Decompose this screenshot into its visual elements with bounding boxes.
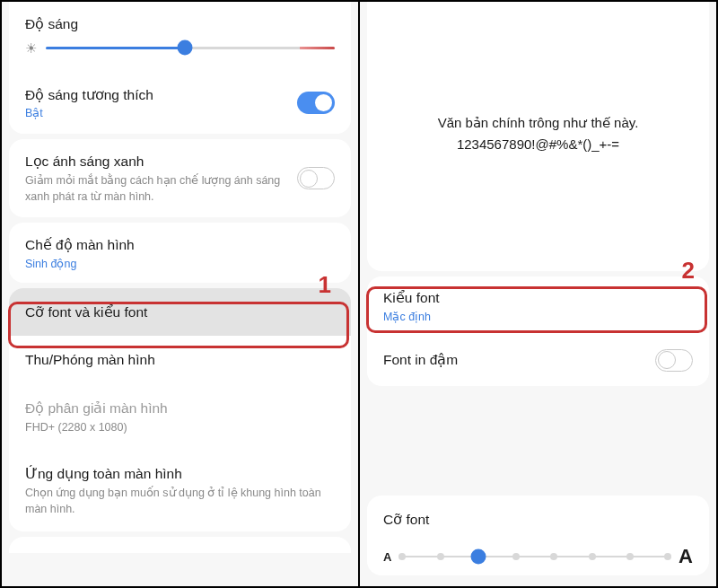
cutoff-section <box>9 537 351 553</box>
font-settings-panel: Văn bản chính trông như thế này. 1234567… <box>360 2 716 586</box>
resolution-title: Độ phân giải màn hình <box>25 399 335 418</box>
a-large-icon: A <box>679 545 693 568</box>
blue-light-toggle[interactable] <box>297 167 335 189</box>
preview-line-2: 1234567890!@#%&*()_+-= <box>457 134 619 155</box>
spacer <box>360 391 716 490</box>
font-size-track[interactable] <box>402 556 668 557</box>
fullscreen-apps-title: Ứng dụng toàn màn hình <box>25 464 335 484</box>
font-style-title: Kiểu font <box>383 288 693 308</box>
font-size-style-row[interactable]: Cỡ font và kiểu font <box>9 288 351 337</box>
fullscreen-apps-desc: Chọn ứng dụng bạn muốn sử dụng ở tỉ lệ k… <box>25 486 335 517</box>
brightness-thumb[interactable] <box>177 40 192 56</box>
screen-mode-status: Sinh động <box>25 257 335 270</box>
font-size-title: Cỡ font <box>383 510 693 530</box>
font-style-value: Mặc định <box>383 310 693 323</box>
font-preview: Văn bản chính trông như thế này. 1234567… <box>367 2 709 271</box>
adaptive-brightness-row[interactable]: Độ sáng tương thích Bật <box>9 71 351 135</box>
preview-line-1: Văn bản chính trông như thế này. <box>438 112 639 134</box>
font-size-section: Cỡ font A A <box>367 496 709 576</box>
screen-zoom-row[interactable]: Thu/Phóng màn hình <box>9 336 351 384</box>
font-options-section: Kiểu font Mặc định Font in đậm <box>367 276 709 386</box>
settings-display-panel: Độ sáng ☀ Độ sáng tương thích Bật <box>2 2 358 586</box>
blue-light-row[interactable]: Lọc ánh sáng xanh Giảm mỏi mắt bằng cách… <box>9 139 351 217</box>
resolution-row[interactable]: Độ phân giải màn hình FHD+ (2280 x 1080) <box>9 384 351 450</box>
font-size-thumb[interactable] <box>470 549 486 565</box>
brightness-slider[interactable]: ☀ <box>25 41 335 55</box>
resolution-value: FHD+ (2280 x 1080) <box>25 420 335 436</box>
adaptive-brightness-toggle[interactable] <box>297 92 335 114</box>
font-size-style-title: Cỡ font và kiểu font <box>25 303 335 322</box>
screen-mode-title: Chế độ màn hình <box>25 235 335 255</box>
font-style-row[interactable]: Kiểu font Mặc định <box>367 276 709 335</box>
screen-mode-row[interactable]: Chế độ màn hình Sinh động <box>9 223 351 283</box>
bold-font-toggle[interactable] <box>655 349 693 372</box>
bold-font-title: Font in đậm <box>383 350 655 370</box>
sun-icon: ☀ <box>25 41 37 55</box>
screen-zoom-title: Thu/Phóng màn hình <box>25 350 335 370</box>
brightness-track[interactable] <box>46 47 335 49</box>
adaptive-brightness-title: Độ sáng tương thích <box>25 85 297 105</box>
bold-font-row[interactable]: Font in đậm <box>367 335 709 386</box>
a-small-icon: A <box>383 550 391 564</box>
brightness-section: Độ sáng ☀ Độ sáng tương thích Bật <box>9 2 351 134</box>
adaptive-brightness-status: Bật <box>25 106 297 119</box>
screen-mode-section: Chế độ màn hình Sinh động <box>9 223 351 283</box>
fullscreen-apps-row[interactable]: Ứng dụng toàn màn hình Chọn ứng dụng bạn… <box>9 450 351 531</box>
font-size-slider[interactable]: A A <box>383 545 693 568</box>
blue-light-title: Lọc ánh sáng xanh <box>25 152 297 171</box>
blue-light-desc: Giảm mỏi mắt bằng cách hạn chế lượng ánh… <box>25 173 297 205</box>
blue-light-section: Lọc ánh sáng xanh Giảm mỏi mắt bằng cách… <box>9 139 351 217</box>
brightness-label: Độ sáng <box>25 14 335 34</box>
display-options-section: Cỡ font và kiểu font Thu/Phóng màn hình … <box>9 288 351 531</box>
